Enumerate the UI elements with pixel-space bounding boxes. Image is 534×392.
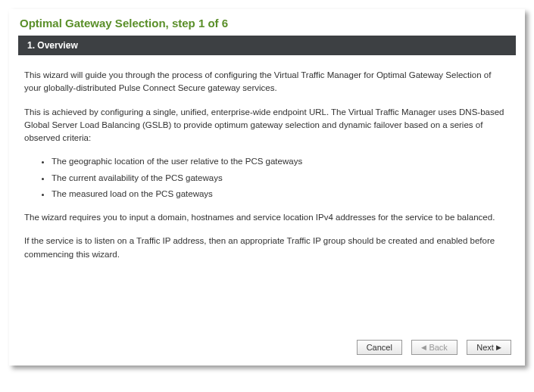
overview-paragraph: This wizard will guide you through the p…	[24, 69, 510, 95]
back-label: Back	[429, 343, 447, 352]
back-button[interactable]: ◀ Back	[411, 340, 457, 355]
wizard-title: Optimal Gateway Selection, step 1 of 6	[9, 9, 525, 36]
next-button[interactable]: Next ▶	[467, 340, 511, 355]
next-label: Next	[476, 343, 494, 352]
list-item: The geographic location of the user rela…	[52, 155, 510, 168]
wizard-dialog: Optimal Gateway Selection, step 1 of 6 1…	[9, 9, 525, 366]
overview-paragraph: This is achieved by configuring a single…	[24, 106, 510, 145]
wizard-content: This wizard will guide you through the p…	[9, 55, 525, 279]
button-bar: Cancel ◀ Back Next ▶	[9, 332, 525, 366]
list-item: The measured load on the PCS gateways	[52, 188, 510, 201]
triangle-left-icon: ◀	[421, 344, 426, 351]
list-item: The current availability of the PCS gate…	[52, 172, 510, 185]
criteria-list: The geographic location of the user rela…	[24, 155, 510, 201]
overview-paragraph: The wizard requires you to input a domai…	[24, 211, 510, 224]
triangle-right-icon: ▶	[496, 344, 501, 351]
cancel-button[interactable]: Cancel	[357, 340, 402, 355]
section-header: 1. Overview	[18, 36, 516, 55]
overview-paragraph: If the service is to listen on a Traffic…	[24, 235, 510, 261]
